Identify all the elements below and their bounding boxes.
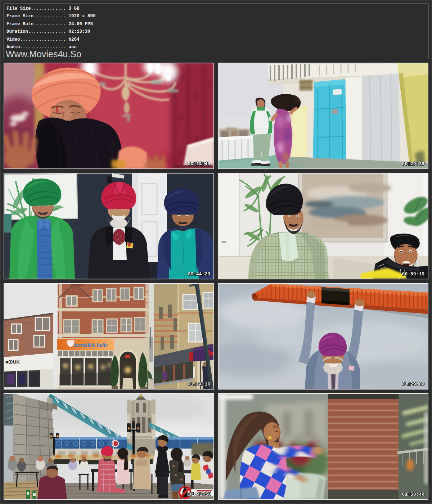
svg-text:01:29:00: 01:29:00 bbox=[402, 382, 425, 387]
svg-text:00:59:19: 00:59:19 bbox=[402, 271, 425, 277]
svg-text:00:44:29: 00:44:29 bbox=[188, 271, 211, 277]
svg-text:00:14:49: 00:14:49 bbox=[188, 161, 211, 167]
svg-text:01:58:40: 01:58:40 bbox=[402, 492, 425, 497]
svg-text:01:14:10: 01:14:10 bbox=[188, 382, 211, 387]
svg-text:01:43:50: 01:43:50 bbox=[189, 492, 211, 497]
svg-text:■⦿UK: ■⦿UK bbox=[5, 359, 20, 365]
svg-text:Incredible India: Incredible India bbox=[73, 342, 108, 348]
svg-text:00:29:39: 00:29:39 bbox=[402, 161, 425, 167]
